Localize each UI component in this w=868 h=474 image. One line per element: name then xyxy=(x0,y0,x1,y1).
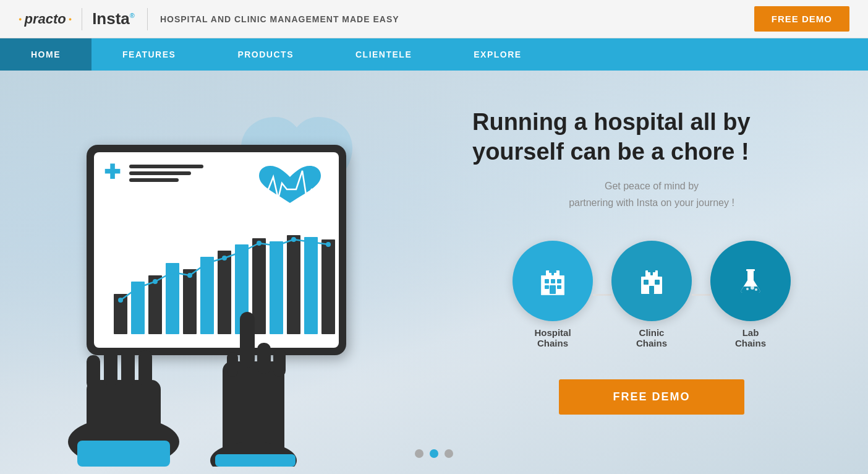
hero-right: Running a hospital all by yourself can b… xyxy=(472,108,831,415)
carousel-dots xyxy=(415,449,453,458)
hero-subtext: Get peace of mind by partnering with Ins… xyxy=(472,178,831,211)
insta-logo: Insta® xyxy=(92,9,135,28)
svg-point-16 xyxy=(170,270,175,275)
svg-point-22 xyxy=(274,243,279,248)
hands-illustration xyxy=(49,281,359,467)
nav-features[interactable]: FEATURES xyxy=(91,38,206,71)
svg-rect-53 xyxy=(644,280,649,285)
heart-monitor xyxy=(256,165,324,209)
svg-rect-59 xyxy=(746,269,755,271)
lab-icon-circle xyxy=(710,241,791,321)
svg-point-61 xyxy=(751,286,754,290)
svg-point-21 xyxy=(257,241,262,246)
line-2 xyxy=(129,171,191,175)
svg-rect-38 xyxy=(227,352,238,377)
lab-chains-circle[interactable]: Lab Chains xyxy=(710,241,791,348)
svg-point-60 xyxy=(746,288,749,290)
svg-point-25 xyxy=(326,242,331,247)
svg-point-20 xyxy=(239,249,244,254)
svg-rect-29 xyxy=(104,348,117,386)
free-demo-hero-button[interactable]: FREE DEMO xyxy=(559,379,744,415)
carousel-dot-2[interactable] xyxy=(430,449,438,458)
text-lines xyxy=(129,162,203,182)
svg-rect-30 xyxy=(121,348,135,386)
top-bar: ● practo ● Insta® HOSPITAL AND CLINIC MA… xyxy=(0,0,868,38)
clinic-chains-label: Clinic Chains xyxy=(636,327,667,348)
svg-rect-54 xyxy=(655,280,660,285)
connector-1 xyxy=(593,294,611,296)
svg-rect-46 xyxy=(545,285,549,289)
svg-point-24 xyxy=(308,239,313,244)
clinic-icon-circle xyxy=(611,241,692,321)
circles-row: Hospital Chains xyxy=(472,241,831,348)
svg-rect-44 xyxy=(551,279,555,283)
svg-rect-45 xyxy=(557,279,561,283)
carousel-dot-3[interactable] xyxy=(445,449,453,458)
svg-rect-28 xyxy=(87,355,100,389)
svg-rect-39 xyxy=(215,454,296,467)
lab-chains-label: Lab Chains xyxy=(735,327,766,348)
medical-cross-icon: ✚ xyxy=(104,162,121,182)
svg-rect-43 xyxy=(545,279,549,283)
svg-point-62 xyxy=(755,288,757,291)
svg-rect-51 xyxy=(549,270,556,273)
hospital-chains-circle[interactable]: Hospital Chains xyxy=(513,241,593,348)
nav-explore[interactable]: EXPLORE xyxy=(443,38,552,71)
svg-rect-55 xyxy=(649,286,654,294)
clinic-chains-circle[interactable]: Clinic Chains xyxy=(611,241,692,348)
logo-divider-right xyxy=(147,8,148,30)
svg-rect-37 xyxy=(273,349,286,377)
svg-point-17 xyxy=(187,273,192,278)
svg-point-23 xyxy=(291,237,296,242)
nav-home[interactable]: HOME xyxy=(0,38,91,71)
chart-top: ✚ xyxy=(104,162,329,182)
logo-area: ● practo ● Insta® HOSPITAL AND CLINIC MA… xyxy=(19,8,399,30)
line-3 xyxy=(129,178,179,182)
tablet-illustration: ✚ xyxy=(37,120,420,467)
carousel-dot-1[interactable] xyxy=(415,449,423,458)
svg-rect-47 xyxy=(557,285,561,289)
practo-logo: ● practo ● xyxy=(19,11,72,27)
svg-rect-48 xyxy=(550,285,556,294)
logo-divider xyxy=(82,8,82,30)
nav-bar: HOME FEATURES PRODUCTS CLIENTELE EXPLORE xyxy=(0,38,868,71)
svg-rect-36 xyxy=(257,343,271,374)
svg-point-18 xyxy=(205,261,210,265)
svg-point-19 xyxy=(222,256,227,261)
svg-rect-32 xyxy=(77,441,170,467)
hospital-chains-label: Hospital Chains xyxy=(534,327,571,348)
nav-products[interactable]: PRODUCTS xyxy=(206,38,325,71)
svg-rect-31 xyxy=(138,350,152,386)
svg-rect-27 xyxy=(87,380,161,448)
connector-2 xyxy=(692,294,710,296)
hero-section: ✚ xyxy=(0,71,868,474)
svg-rect-35 xyxy=(240,312,255,368)
hero-heading: Running a hospital all by yourself can b… xyxy=(472,108,831,166)
line-1 xyxy=(129,165,203,168)
free-demo-top-button[interactable]: FREE DEMO xyxy=(754,6,849,32)
tagline: HOSPITAL AND CLINIC MANAGEMENT MADE EASY xyxy=(160,14,399,24)
svg-rect-58 xyxy=(648,270,655,272)
hospital-icon-circle xyxy=(513,241,593,321)
nav-clientele[interactable]: CLIENTELE xyxy=(325,38,443,71)
